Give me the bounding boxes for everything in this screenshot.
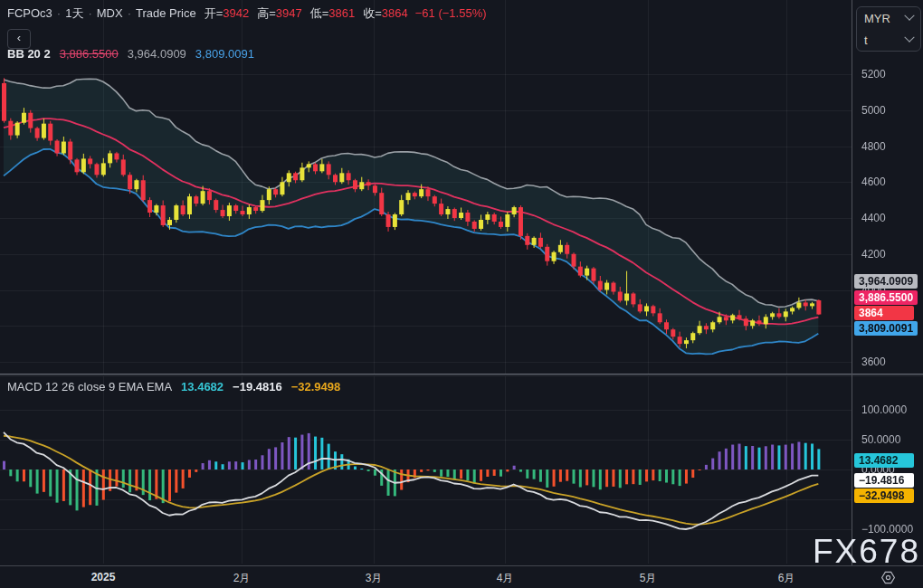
price-axis-tick: 5000 <box>861 104 886 117</box>
price-axis-tick: 4400 <box>861 212 886 224</box>
ohlc-label: 开= <box>205 6 224 20</box>
ohlc-value: 3861 <box>328 6 355 20</box>
macd-hist-value: 13.4682 <box>181 380 224 394</box>
symbol-name[interactable]: FCPOc3 <box>7 6 52 20</box>
bb-upper-value: 3,964.0909 <box>128 47 186 61</box>
unit-selector-box: MYR t <box>856 6 921 52</box>
symbol-header: FCPOc3·1天·MDX·Trade Price开=3942高=3947低=3… <box>7 5 487 22</box>
macd-badge: 13.4682 <box>854 453 914 468</box>
currency-selector[interactable]: MYR <box>857 7 920 29</box>
macd-badge: −19.4816 <box>854 473 914 488</box>
price-axis[interactable]: 520050004800460044004200400038003600100.… <box>852 0 923 565</box>
ohlc-values: 开=3942高=3947低=3861收=3864 <box>196 6 408 20</box>
price-axis-tick: 4600 <box>861 175 886 188</box>
change-text: −61 (−1.55%) <box>415 6 487 20</box>
chevron-down-icon <box>904 11 914 21</box>
time-axis-month-label: 4月 <box>497 571 514 586</box>
fx678-watermark: FX678 <box>813 533 920 571</box>
macd-legend-title: MACD 12 26 close 9 EMA EMA <box>7 380 172 394</box>
header-separator: · <box>128 6 131 20</box>
price-axis-tick: 4800 <box>861 140 886 153</box>
unit-selector-value: t <box>864 33 906 47</box>
bb-basis-value: 3,886.5500 <box>60 47 119 61</box>
bollinger-legend[interactable]: BB 20 23,886.55003,964.09093,809.0091 <box>7 47 254 61</box>
price-badge: 3,809.0091 <box>854 321 918 336</box>
time-axis[interactable]: 20252月3月4月5月6月 <box>0 566 852 588</box>
series-type-label: Trade Price <box>136 6 196 20</box>
time-axis-month-label: 5月 <box>640 571 657 586</box>
time-axis-month-label: 3月 <box>366 571 383 586</box>
ohlc-label: 收= <box>363 6 382 20</box>
trading-chart-app: FCPOc3·1天·MDX·Trade Price开=3942高=3947低=3… <box>0 0 923 588</box>
ohlc-label: 高= <box>257 6 276 20</box>
macd-signal-value: −32.9498 <box>291 380 341 394</box>
ohlc-value: 3942 <box>223 6 249 20</box>
time-axis-month-label: 6月 <box>778 571 795 586</box>
chevron-down-icon <box>904 33 914 43</box>
ohlc-label: 低= <box>310 6 329 20</box>
price-badge: 3864 <box>854 306 914 320</box>
price-badge: 3,886.5500 <box>854 290 918 305</box>
time-axis-month-label: 2月 <box>233 571 251 586</box>
interval-label[interactable]: 1天 <box>65 6 83 20</box>
macd-legend[interactable]: MACD 12 26 close 9 EMA EMA13.4682−19.481… <box>7 380 340 394</box>
price-axis-tick: 5200 <box>861 68 886 81</box>
unit-selector[interactable]: t <box>857 29 920 51</box>
currency-selector-value: MYR <box>864 12 906 25</box>
ohlc-value: 3947 <box>276 6 302 20</box>
hexagon-settings-icon <box>880 570 896 585</box>
price-chart-canvas[interactable] <box>0 0 852 565</box>
pane-divider-shadow <box>0 375 923 376</box>
price-axis-tick: 3600 <box>861 356 886 368</box>
exchange-label: MDX <box>97 6 123 20</box>
bb-lower-value: 3,809.0091 <box>195 47 254 61</box>
price-badge: 3,964.0909 <box>854 274 918 289</box>
header-separator: · <box>88 6 91 20</box>
back-button[interactable]: ‹ <box>7 29 31 49</box>
macd-line-value: −19.4816 <box>233 380 282 394</box>
macd-axis-tick: 50.0000 <box>861 433 900 446</box>
ohlc-value: 3864 <box>382 6 408 20</box>
bb-legend-title: BB 20 2 <box>7 47 51 61</box>
time-axis-year-label: 2025 <box>91 571 116 583</box>
macd-axis-tick: 100.0000 <box>861 403 907 416</box>
macd-badge: −32.9498 <box>854 488 914 503</box>
header-separator: · <box>57 6 61 20</box>
price-axis-tick: 4200 <box>861 248 886 261</box>
